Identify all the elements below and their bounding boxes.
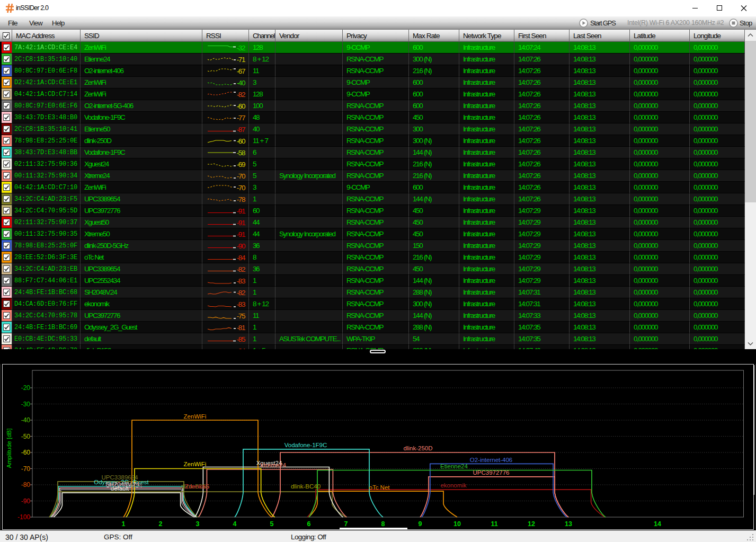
svg-text:-50: -50	[21, 433, 31, 440]
svg-text:11: 11	[491, 520, 497, 528]
svg-text:ZdenkaS: ZdenkaS	[185, 483, 209, 490]
svg-text:-40: -40	[21, 416, 31, 424]
svg-text:-70: -70	[21, 465, 31, 473]
svg-text:-90: -90	[21, 497, 31, 505]
svg-text:4: 4	[233, 520, 237, 528]
svg-text:8: 8	[381, 520, 385, 528]
svg-text:Etienne24: Etienne24	[440, 463, 468, 469]
svg-text:14: 14	[654, 520, 661, 528]
svg-text:5: 5	[270, 520, 274, 528]
svg-text:-80: -80	[21, 481, 31, 488]
svg-text:-20: -20	[21, 384, 31, 392]
svg-text:10: 10	[453, 520, 461, 528]
svg-text:Xtreme24: Xtreme24	[260, 462, 286, 468]
svg-text:dlink-BC40: dlink-BC40	[291, 483, 321, 490]
svg-text:-100: -100	[17, 513, 30, 521]
svg-text:ekonomik: ekonomik	[440, 482, 466, 488]
svg-text:9: 9	[419, 520, 422, 528]
svg-text:2: 2	[159, 520, 163, 528]
svg-text:Vodafone-1F9C: Vodafone-1F9C	[284, 442, 327, 448]
svg-text:UPC3972776: UPC3972776	[473, 469, 509, 476]
svg-text:1: 1	[122, 520, 126, 528]
svg-text:default: default	[111, 485, 129, 492]
svg-text:ZenWiFi: ZenWiFi	[184, 461, 207, 467]
svg-text:3: 3	[196, 520, 200, 528]
svg-text:7: 7	[344, 520, 348, 528]
svg-text:Amplitude [dB]: Amplitude [dB]	[6, 429, 12, 468]
svg-text:ZenWiFi: ZenWiFi	[184, 413, 207, 420]
svg-text:-30: -30	[21, 401, 31, 408]
svg-text:O2-internet-406: O2-internet-406	[470, 457, 513, 463]
svg-text:dlink-250D: dlink-250D	[404, 445, 433, 451]
svg-text:6: 6	[307, 520, 311, 528]
svg-text:13: 13	[565, 520, 572, 528]
svg-text:oTc Net: oTc Net	[369, 484, 390, 491]
svg-text:-60: -60	[21, 449, 31, 456]
svg-text:12: 12	[528, 520, 535, 528]
